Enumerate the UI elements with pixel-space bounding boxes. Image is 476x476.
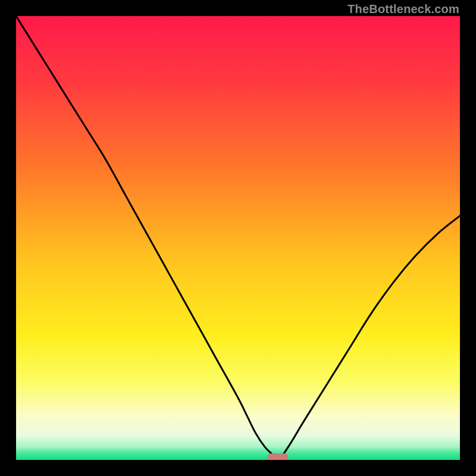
chart-container: TheBottleneck.com — [0, 0, 476, 476]
plot-area — [16, 16, 460, 460]
bottleneck-marker — [268, 453, 289, 460]
bottleneck-curve — [16, 16, 460, 460]
watermark-text: TheBottleneck.com — [347, 2, 459, 16]
